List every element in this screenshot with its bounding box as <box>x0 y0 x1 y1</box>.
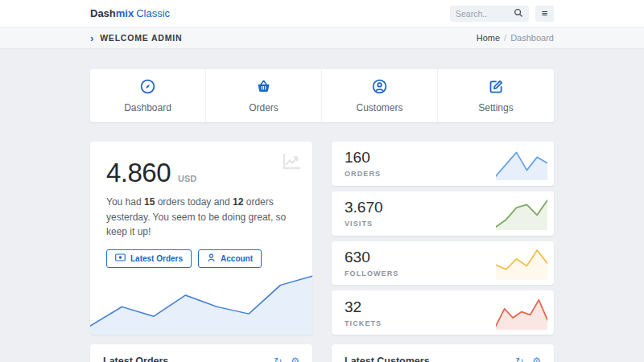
stat-label: TICKETS <box>345 319 382 327</box>
menu-icon: ≡ <box>542 8 548 19</box>
breadcrumb-home-link[interactable]: Home <box>477 33 500 43</box>
orders-today-count: 15 <box>144 196 155 208</box>
earnings-body: 4.860 USD You had 15 orders today and 12… <box>90 142 312 268</box>
nav-card-dashboard[interactable]: Dashboard <box>90 69 206 122</box>
refresh-icon[interactable]: ↻ <box>274 356 282 362</box>
nav-card-label: Customers <box>356 102 402 113</box>
earnings-amount-row: 4.860 USD <box>106 158 296 188</box>
search-box[interactable] <box>450 6 529 22</box>
logo-regular-part: mix <box>116 7 134 19</box>
latest-orders-button[interactable]: Latest Orders <box>106 249 192 268</box>
nav-card-label: Dashboard <box>124 102 171 113</box>
shortcut-nav-row: Dashboard Orders Customers <box>90 69 554 122</box>
card-options: ↻ ⚙ <box>515 356 541 362</box>
nav-card-settings[interactable]: Settings <box>438 69 554 122</box>
welcome-heading: › WELCOME ADMIN <box>90 33 182 43</box>
stat-value: 3.670 <box>345 199 383 216</box>
compass-icon <box>139 78 156 95</box>
breadcrumb: Home / Dashboard <box>477 33 554 43</box>
earnings-message: You had 15 orders today and 12 orders ye… <box>106 195 296 240</box>
stat-card-visits[interactable]: 3.670 VISITS <box>332 191 554 236</box>
earnings-area-chart <box>90 268 312 335</box>
latest-orders-card: Latest Orders ↻ ⚙ <box>90 344 312 362</box>
basket-icon <box>255 78 272 95</box>
stat-label: VISITS <box>345 220 383 228</box>
edit-icon <box>488 78 505 95</box>
stat-label: ORDERS <box>345 170 381 178</box>
stats-column: 160 ORDERS 3.670 VISITS 630 FOLLOWERS <box>332 142 554 335</box>
chevron-right-icon: › <box>90 33 94 43</box>
earnings-actions: Latest Orders Account <box>106 249 296 268</box>
stat-text: 3.670 VISITS <box>345 199 383 228</box>
refresh-icon[interactable]: ↻ <box>515 356 523 362</box>
latest-customers-card-header: Latest Customers ↻ ⚙ <box>332 344 554 362</box>
money-icon <box>115 253 126 263</box>
nav-card-label: Orders <box>249 102 279 113</box>
page-heading-bar: › WELCOME ADMIN Home / Dashboard <box>0 27 644 49</box>
nav-card-customers[interactable]: Customers <box>322 69 438 122</box>
top-header: DashmixClassic ≡ <box>0 0 644 27</box>
nav-card-label: Settings <box>478 102 513 113</box>
search-input[interactable] <box>456 9 514 19</box>
welcome-text: WELCOME ADMIN <box>100 33 182 43</box>
card-options: ↻ ⚙ <box>274 356 299 362</box>
stat-label: FOLLOWERS <box>345 269 398 278</box>
gear-icon[interactable]: ⚙ <box>291 356 299 362</box>
earnings-amount: 4.860 <box>106 158 171 188</box>
app-logo[interactable]: DashmixClassic <box>90 7 170 19</box>
card-title: Latest Customers <box>345 356 430 362</box>
stat-value: 630 <box>345 249 398 266</box>
orders-sparkline <box>496 146 547 180</box>
person-icon <box>207 253 216 264</box>
stat-text: 32 TICKETS <box>345 298 382 327</box>
earnings-currency: USD <box>178 174 196 183</box>
stat-value: 32 <box>345 298 382 316</box>
header-actions: ≡ <box>450 6 554 22</box>
stat-card-orders[interactable]: 160 ORDERS <box>332 142 554 186</box>
stat-text: 160 ORDERS <box>345 149 381 178</box>
user-circle-icon <box>371 78 388 95</box>
bottom-cards-row: Latest Orders ↻ ⚙ Latest Customers ↻ ⚙ <box>90 344 554 362</box>
visits-sparkline <box>496 196 547 230</box>
breadcrumb-current: Dashboard <box>510 33 554 43</box>
gear-icon[interactable]: ⚙ <box>532 356 541 362</box>
stat-card-followers[interactable]: 630 FOLLOWERS <box>332 241 554 286</box>
stat-value: 160 <box>345 149 381 167</box>
logo-suffix: Classic <box>136 7 170 19</box>
breadcrumb-separator: / <box>504 33 506 43</box>
latest-orders-button-label: Latest Orders <box>130 254 183 263</box>
latest-orders-card-header: Latest Orders ↻ ⚙ <box>90 344 312 362</box>
stat-text: 630 FOLLOWERS <box>345 249 398 278</box>
account-button[interactable]: Account <box>198 249 262 268</box>
orders-yesterday-count: 12 <box>233 196 243 208</box>
earnings-overview-card: 4.860 USD You had 15 orders today and 12… <box>90 142 312 335</box>
tickets-sparkline <box>496 296 547 330</box>
account-button-label: Account <box>221 254 253 263</box>
chart-trend-icon <box>282 153 301 174</box>
nav-card-orders[interactable]: Orders <box>206 69 322 122</box>
main-content: Dashboard Orders Customers <box>0 49 644 362</box>
latest-customers-card: Latest Customers ↻ ⚙ <box>332 344 554 362</box>
dashboard-main-row: 4.860 USD You had 15 orders today and 12… <box>90 142 554 335</box>
card-title: Latest Orders <box>103 356 168 362</box>
followers-sparkline <box>496 246 547 280</box>
menu-toggle-button[interactable]: ≡ <box>535 6 554 22</box>
logo-bold-part: Dash <box>90 7 116 19</box>
search-icon[interactable] <box>514 6 523 21</box>
stat-card-tickets[interactable]: 32 TICKETS <box>332 290 554 335</box>
